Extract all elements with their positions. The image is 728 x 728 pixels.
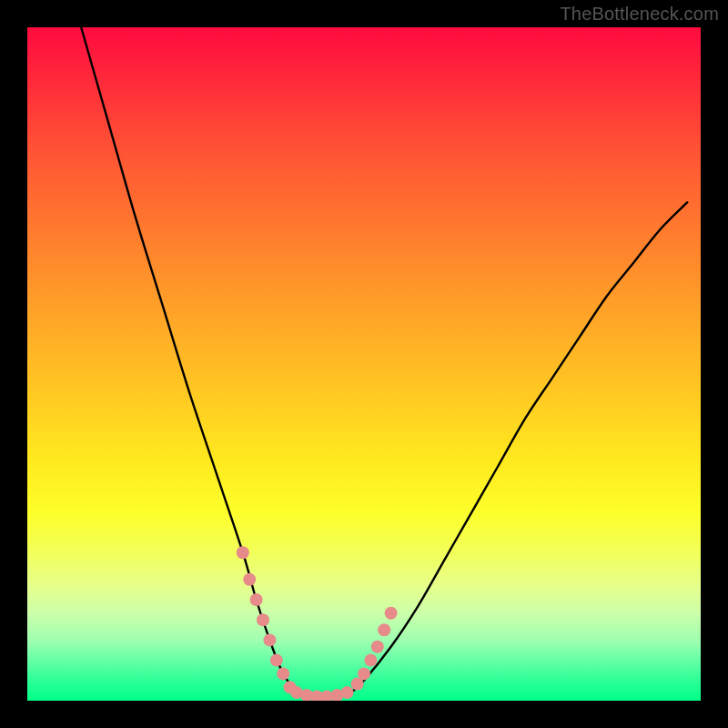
watermark-text: TheBottleneck.com <box>560 4 719 25</box>
highlight-dot <box>237 546 249 559</box>
highlight-dots <box>237 546 398 701</box>
highlight-dot <box>277 667 289 680</box>
highlight-dot <box>263 633 276 646</box>
highlight-dot <box>371 641 384 653</box>
highlight-dot <box>257 613 269 626</box>
highlight-dot <box>250 593 263 606</box>
chart-frame: TheBottleneck.com <box>0 0 728 728</box>
highlight-dot <box>385 607 398 620</box>
bottleneck-curve <box>81 27 687 698</box>
curve-layer <box>27 27 701 701</box>
highlight-dot <box>358 667 370 680</box>
highlight-dot <box>243 573 256 586</box>
highlight-dot <box>364 654 377 667</box>
plot-area <box>27 27 701 701</box>
highlight-dot <box>378 623 390 636</box>
highlight-dot <box>341 686 354 699</box>
highlight-dot <box>270 654 283 667</box>
